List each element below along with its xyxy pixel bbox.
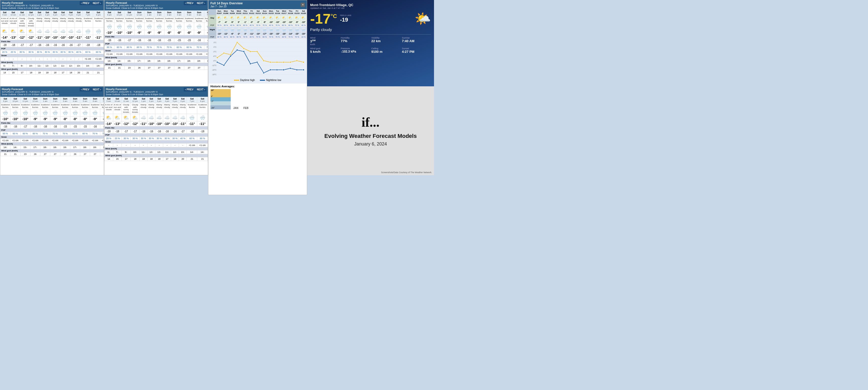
- ceiling-label: Ceiling: [371, 47, 401, 50]
- feels-val: -19: [340, 17, 351, 23]
- hourly-sub1-bl: SATURDAY, JANUARY 6 - TUESDAY, JANUARY 9: [2, 91, 59, 93]
- current-location: Mont-Tremblant-Village, QC: [310, 3, 431, 7]
- current-unit: °C: [331, 13, 337, 20]
- svg-point-22: [230, 54, 231, 55]
- svg-point-40: [256, 61, 258, 63]
- if-footer: Screenshots/Data Courtesy of The Weather…: [381, 171, 432, 174]
- svg-point-46: [296, 69, 298, 70]
- next-btn-br[interactable]: NEXT ›: [195, 88, 206, 91]
- svg-point-20: [216, 57, 218, 58]
- feels-label: FEELS LIKE: [340, 14, 351, 17]
- hourly-panel-top-left: Hourly Forecast SATURDAY, JANUARY 6 - TU…: [0, 0, 104, 86]
- overview-date: Jan 7 - Jan 20: [210, 5, 243, 8]
- svg-point-47: [303, 69, 304, 70]
- hourly-title-bl: Hourly Forecast: [2, 88, 59, 91]
- current-details: Wind 3SW km/h Humidity 77% Visibility 22…: [310, 34, 431, 54]
- prev-btn-tr[interactable]: ‹ PREV: [184, 1, 195, 5]
- hourly-header-tr: Hourly Forecast SATURDAY, JANUARY 6 - TU…: [104, 0, 208, 10]
- svg-text:-9°C: -9°C: [213, 60, 216, 62]
- overview-content: Sun01/07 Mon01/08 Tue01/09 Wed01/10 Thu0…: [208, 9, 307, 111]
- svg-point-44: [283, 69, 284, 70]
- prev-btn-br[interactable]: ‹ PREV: [184, 88, 195, 91]
- ceiling-detail: Ceiling 9100 m: [371, 47, 401, 54]
- if-logo: if...: [362, 115, 380, 130]
- current-desc: Partly cloudy: [310, 27, 431, 32]
- svg-point-41: [263, 72, 265, 73]
- svg-point-45: [289, 67, 291, 69]
- svg-point-39: [250, 63, 251, 64]
- svg-point-35: [223, 64, 225, 66]
- hourly-sub2-br: Snow Outlook: Close to 5 cm 9:00am Sat t…: [106, 93, 163, 96]
- windgust-val: 5 km/h: [310, 50, 339, 54]
- sunrise-detail: Sunrise 7:40 AM: [402, 36, 431, 46]
- hourly-table-tr: Sat 9 pm Sat 10 pm Sat 11 pm Sun 12 am S…: [104, 10, 208, 70]
- if-title: Evolving Weather Forecast Models: [324, 133, 417, 140]
- svg-point-31: [289, 61, 291, 63]
- hourly-sub1-tl: SATURDAY, JANUARY 6 - TUESDAY, JANUARY 9: [2, 4, 59, 7]
- svg-point-32: [296, 60, 298, 61]
- prev-btn-bl[interactable]: ‹ PREV: [80, 88, 91, 91]
- pressure-detail: Pressure ↓102.3 kPa: [341, 47, 370, 54]
- pressure-val: ↓102.3 kPa: [341, 50, 370, 53]
- hourly-sub2-tr: Snow Outlook: Close to 5 cm 9:00am Sat t…: [106, 7, 163, 9]
- svg-point-21: [223, 52, 225, 54]
- humidity-label: Humidity: [341, 36, 370, 39]
- if-panel: if... Evolving Weather Forecast Models J…: [307, 86, 434, 175]
- current-weather-icon: 🌤️: [414, 11, 431, 26]
- hourly-sub1-tr: SATURDAY, JANUARY 6 - TUESDAY, JANUARY 9: [106, 4, 163, 7]
- svg-point-36: [230, 55, 231, 57]
- hourly-sub2-bl: Snow Outlook: Close to 5 cm 9:00am Sat t…: [2, 93, 59, 96]
- sunset-val: 4:27 PM: [402, 50, 431, 54]
- pressure-label: Pressure: [341, 47, 370, 50]
- svg-text:0°C: 0°C: [213, 46, 216, 48]
- svg-text:-12°C: -12°C: [212, 64, 216, 66]
- hourly-title-tr: Hourly Forecast: [106, 1, 163, 4]
- svg-point-29: [276, 61, 278, 63]
- hourly-header-bl: Hourly Forecast SATURDAY, JANUARY 6 - TU…: [0, 87, 104, 97]
- svg-point-43: [276, 69, 278, 70]
- next-btn-tl[interactable]: NEXT ›: [91, 1, 102, 5]
- current-updated: Updated on Sat, Jan 6 at 7:47 AM: [310, 7, 431, 9]
- close-button[interactable]: ✕: [301, 3, 305, 7]
- next-btn-tr[interactable]: NEXT ›: [195, 1, 206, 5]
- svg-text:-15°C: -15°C: [212, 69, 216, 71]
- current-temp: -17: [310, 12, 331, 26]
- svg-point-26: [256, 51, 258, 52]
- bottom-row: Hourly Forecast SATURDAY, JANUARY 6 - TU…: [0, 86, 208, 175]
- hourly-header-br: Hourly Forecast SATURDAY, JANUARY 6 - TU…: [104, 87, 208, 97]
- hourly-panel-top-right: Hourly Forecast SATURDAY, JANUARY 6 - TU…: [104, 0, 208, 86]
- wind-val: 3SW: [310, 39, 339, 43]
- left-column: Hourly Forecast SATURDAY, JANUARY 6 - TU…: [0, 0, 208, 195]
- svg-point-23: [236, 42, 238, 43]
- sunset-label: Sunset: [402, 47, 431, 50]
- svg-point-30: [283, 61, 284, 63]
- hourly-sub1-br: SATURDAY, JANUARY 6 - TUESDAY, JANUARY 9: [106, 91, 163, 93]
- hourly-panel-bot-right: Hourly Forecast SATURDAY, JANUARY 6 - TU…: [104, 86, 208, 175]
- svg-point-24: [243, 48, 245, 49]
- overview-panel: Full 14 Days Overview Jan 7 - Jan 20 ✕ S…: [208, 0, 307, 195]
- sunset-detail: Sunset 4:27 PM: [402, 47, 431, 54]
- svg-point-28: [270, 61, 271, 63]
- top-row: Hourly Forecast SATURDAY, JANUARY 6 - TU…: [0, 0, 208, 86]
- current-weather-panel: Mont-Tremblant-Village, QC Updated on Sa…: [307, 0, 434, 86]
- right-column: Mont-Tremblant-Village, QC Updated on Sa…: [307, 0, 434, 195]
- if-date: January 6, 2024: [354, 142, 387, 147]
- wind-label: Wind: [310, 36, 339, 39]
- prev-btn-tl[interactable]: ‹ PREV: [80, 1, 91, 5]
- humidity-val: 77%: [341, 39, 370, 43]
- overview-header: Full 14 Days Overview Jan 7 - Jan 20 ✕: [208, 0, 307, 9]
- hourly-panel-bot-left: Hourly Forecast SATURDAY, JANUARY 6 - TU…: [0, 86, 104, 175]
- hourly-title-br: Hourly Forecast: [106, 88, 163, 91]
- hourly-header-tl: Hourly Forecast SATURDAY, JANUARY 6 - TU…: [0, 0, 104, 10]
- windgust-detail: Wind gust 5 km/h: [310, 47, 339, 54]
- svg-text:3°C: 3°C: [213, 42, 216, 43]
- next-btn-bl[interactable]: NEXT ›: [91, 88, 102, 91]
- visibility-label: Visibility: [371, 36, 401, 39]
- sunrise-label: Sunrise: [402, 36, 431, 39]
- humidity-detail: Humidity 77%: [341, 36, 370, 46]
- svg-point-33: [303, 61, 304, 63]
- hourly-table-bl: Sat 9 pm Sat 10 pm Sat 11 pm Sun 12 am S…: [0, 97, 104, 156]
- wind-unit: km/h: [310, 43, 339, 46]
- sunrise-val: 7:40 AM: [402, 39, 431, 43]
- hourly-title-tl: Hourly Forecast: [2, 1, 59, 4]
